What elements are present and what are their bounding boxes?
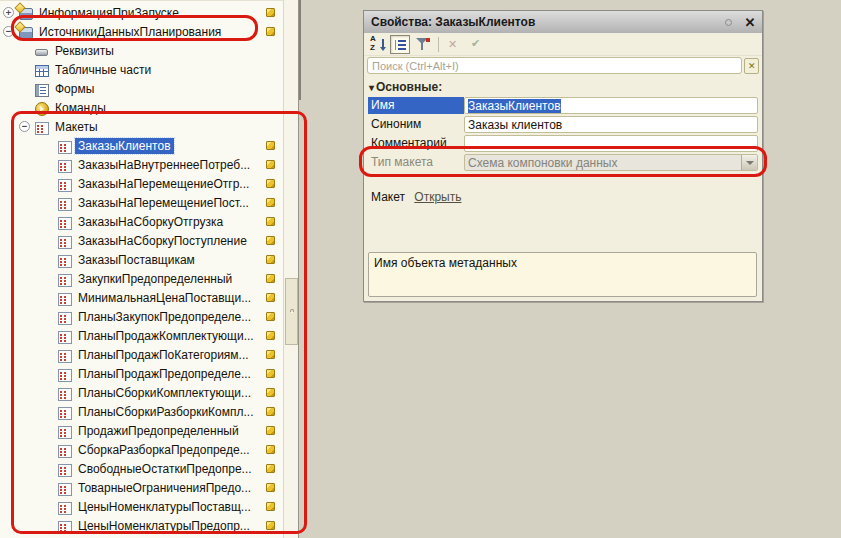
properties-title-bar[interactable]: Свойства: ЗаказыКлиентов ✕ <box>364 11 762 33</box>
tree-scrollbar[interactable] <box>283 0 299 538</box>
tree-item-label[interactable]: Макеты <box>52 119 101 135</box>
tree-item-label[interactable]: ЗаказыНаПеремещениеПост... <box>75 195 252 211</box>
tree-row[interactable]: ПродажиПредопределенный <box>0 421 283 440</box>
tree-item-label[interactable]: ЗаказыКлиентов <box>75 138 174 154</box>
selected-text: ЗаказыКлиентов <box>468 99 561 113</box>
tree-row[interactable]: ЗакупкиПредопределенный <box>0 269 283 288</box>
tree-row[interactable]: Команды <box>0 98 283 117</box>
open-layout-link[interactable]: Открыть <box>414 190 461 204</box>
tree-row[interactable]: Формы <box>0 79 283 98</box>
template-icon <box>57 519 71 533</box>
tree-item-label[interactable]: СборкаРазборкаПредопреде... <box>75 442 253 458</box>
tree-row[interactable]: Реквизиты <box>0 41 283 60</box>
apply-button-disabled <box>467 35 487 54</box>
property-row-name: Имя ЗаказыКлиентов <box>366 96 760 115</box>
section-basic[interactable]: Основные: <box>369 80 758 94</box>
tree-row[interactable]: ПланыПродажКомплектующи... <box>0 326 283 345</box>
tree-item-label[interactable]: Формы <box>52 81 97 97</box>
template-icon <box>57 405 71 419</box>
comment-field[interactable] <box>464 135 758 152</box>
property-row-comment: Комментарий <box>366 134 760 153</box>
toolbar-separator <box>438 37 439 52</box>
tree-item-label[interactable]: Команды <box>52 100 109 116</box>
tree-row[interactable]: СборкаРазборкаПредопреде... <box>0 440 283 459</box>
template-icon <box>57 310 71 324</box>
collapse-icon[interactable]: − <box>3 26 14 37</box>
close-icon[interactable]: ✕ <box>742 15 758 30</box>
tree-item-label[interactable]: ПланыСборкиКомплектующи... <box>75 385 254 401</box>
tree-row[interactable]: СвободныеОстаткиПредопре... <box>0 459 283 478</box>
tree-item-label[interactable]: ЗаказыНаСборкуОтгрузка <box>75 214 226 230</box>
tree-item-label[interactable]: ПланыПродажКомплектующи... <box>75 328 257 344</box>
scrollbar-thumb[interactable] <box>285 278 298 345</box>
tree-item-label[interactable]: ЗакупкиПредопределенный <box>75 271 235 287</box>
name-field[interactable]: ЗаказыКлиентов <box>464 97 758 114</box>
tree-row[interactable]: ЗаказыНаСборкуОтгрузка <box>0 212 283 231</box>
template-icon <box>57 443 71 457</box>
tree-item-label[interactable]: ПланыЗакупокПредопределе... <box>75 309 254 325</box>
tree-row[interactable]: −Макеты <box>0 117 283 136</box>
delivery-cube-icon <box>266 141 275 150</box>
tree-item-label[interactable]: ЗаказыПоставщикам <box>75 252 198 268</box>
search-input[interactable] <box>367 57 742 74</box>
tree-item-label[interactable]: ЦеныНоменклатурыПредопр... <box>75 518 253 534</box>
tree-row[interactable]: ПланыСборкиРазборкиКомпл... <box>0 402 283 421</box>
tree-item-label[interactable]: ЗаказыНаПеремещениеОтгр... <box>75 176 252 192</box>
attribute-icon <box>34 44 48 58</box>
tree-item-label[interactable]: ПродажиПредопределенный <box>75 423 242 439</box>
tree-item-label[interactable]: Табличные части <box>52 62 154 78</box>
sort-alphabetical-button[interactable] <box>367 35 387 54</box>
comment-label[interactable]: Комментарий <box>368 135 464 152</box>
template-icon <box>57 272 71 286</box>
tree-row[interactable]: ПланыПродажПредопределе... <box>0 364 283 383</box>
form-icon <box>34 82 48 96</box>
synonym-label[interactable]: Синоним <box>368 116 464 133</box>
tree-row[interactable]: ТоварныеОграниченияПредо... <box>0 478 283 497</box>
tree-item-label[interactable]: ЗаказыНаСборкуПоступление <box>75 233 250 249</box>
search-row <box>364 56 762 76</box>
tree-row[interactable]: МинимальнаяЦенаПоставщи... <box>0 288 283 307</box>
delivery-cube-icon <box>266 312 275 321</box>
command-icon <box>34 101 48 115</box>
tree-row[interactable]: ЦеныНоменклатурыПредопр... <box>0 516 283 535</box>
tree-item-label[interactable]: ИнформацияПриЗапуске <box>36 5 182 21</box>
datasource-icon <box>18 6 32 20</box>
pin-icon[interactable] <box>725 19 732 26</box>
tree-row[interactable]: ЗаказыПоставщикам <box>0 250 283 269</box>
tree-row[interactable]: ЗаказыКлиентов <box>0 136 283 155</box>
name-label[interactable]: Имя <box>368 97 464 114</box>
tree-row[interactable]: ПланыПродажПоКатегориям... <box>0 345 283 364</box>
tree-item-label[interactable]: ПланыСборкиРазборкиКомпл... <box>75 404 257 420</box>
filter-important-button[interactable] <box>413 35 433 54</box>
expand-icon[interactable]: + <box>3 7 14 18</box>
template-icon <box>57 215 71 229</box>
group-by-categories-button[interactable] <box>390 35 410 54</box>
down-arrow-icon <box>382 39 384 47</box>
tree-row[interactable]: ПланыСборкиКомплектующи... <box>0 383 283 402</box>
tree-row[interactable]: ЦеныНоменклатурыПоставщ... <box>0 497 283 516</box>
tree-row[interactable]: Табличные части <box>0 60 283 79</box>
tree-row[interactable]: −ИсточникиДанныхПланирования <box>0 22 283 41</box>
tree-row[interactable]: +ИнформацияПриЗапуске <box>0 3 283 22</box>
collapse-icon[interactable]: − <box>19 121 30 132</box>
tree-row[interactable]: ЗаказыНаПеремещениеОтгр... <box>0 174 283 193</box>
property-row-layout-type: Тип макета Схема компоновки данных <box>366 153 760 172</box>
template-icon <box>57 481 71 495</box>
tree-item-label[interactable]: ИсточникиДанныхПланирования <box>36 24 224 40</box>
tree-row[interactable]: ЗаказыНаПеремещениеПост... <box>0 193 283 212</box>
tree-row[interactable]: ЗаказыНаВнутреннееПотреб... <box>0 155 283 174</box>
tree-item-label[interactable]: ЗаказыНаВнутреннееПотреб... <box>75 157 253 173</box>
template-icon <box>57 329 71 343</box>
tree-item-label[interactable]: СвободныеОстаткиПредопре... <box>75 461 255 477</box>
tree-item-label[interactable]: ТоварныеОграниченияПредо... <box>75 480 254 496</box>
delivery-cube-icon <box>266 369 275 378</box>
synonym-field[interactable]: Заказы клиентов <box>464 116 758 133</box>
tree-item-label[interactable]: ЦеныНоменклатурыПоставщ... <box>75 499 254 515</box>
tree-item-label[interactable]: МинимальнаяЦенаПоставщи... <box>75 290 254 306</box>
tree-item-label[interactable]: Реквизиты <box>52 43 117 59</box>
tree-item-label[interactable]: ПланыПродажПредопределе... <box>75 366 254 382</box>
tree-item-label[interactable]: ПланыПродажПоКатегориям... <box>75 347 252 363</box>
clear-search-button[interactable] <box>744 58 759 74</box>
tree-row[interactable]: ЗаказыНаСборкуПоступление <box>0 231 283 250</box>
tree-row[interactable]: ПланыЗакупокПредопределе... <box>0 307 283 326</box>
